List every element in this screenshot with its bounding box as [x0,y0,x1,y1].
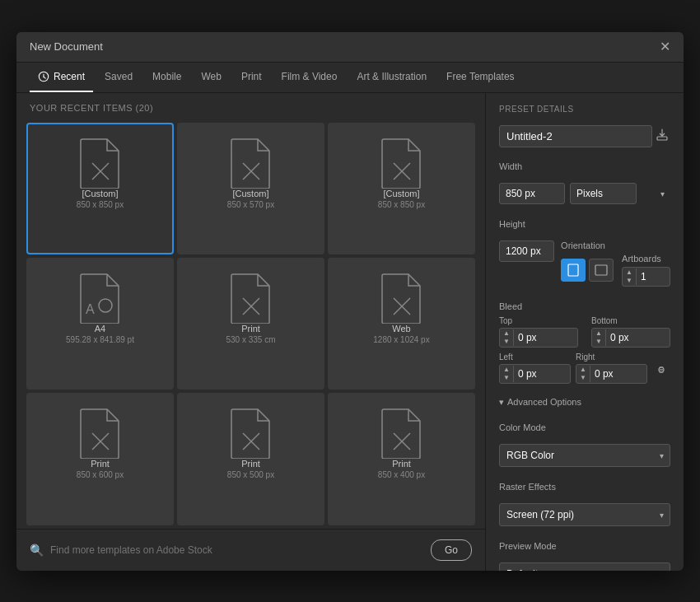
bleed-top-label: Top [499,316,578,325]
bleed-right-stepper: ▲ ▼ [576,364,647,384]
bleed-left-up[interactable]: ▲ [500,366,513,374]
link-bleed-button[interactable] [652,363,670,379]
tab-recent[interactable]: Recent [30,63,93,92]
tab-film[interactable]: Film & Video [273,63,346,92]
go-button[interactable]: Go [431,539,472,561]
bleed-top-down[interactable]: ▼ [500,338,513,346]
raster-effects-select-wrapper: Screen (72 ppi) Medium (150 ppi) High (3… [499,503,670,526]
tab-templates[interactable]: Free Templates [438,63,522,92]
item-card[interactable]: Print 850 x 600 px [26,393,174,525]
bleed-right-col: Right ▲ ▼ [576,352,647,384]
tab-mobile[interactable]: Mobile [144,63,189,92]
search-input[interactable] [50,544,424,556]
tab-recent-label: Recent [54,71,85,82]
bleed-section: Bleed Top ▲ ▼ Bottom [499,301,670,384]
item-name: [Custom] [82,189,118,198]
save-preset-button[interactable] [652,125,672,148]
preview-mode-label: Preview Mode [499,541,670,551]
bleed-left-arrows: ▲ ▼ [500,366,514,382]
tab-print-label: Print [241,71,262,82]
item-name: Web [392,324,410,334]
unit-select-wrapper: Pixels Inches Millimeters Centimeters Po… [570,183,670,204]
svg-rect-21 [657,137,667,140]
item-size: 530 x 335 cm [226,335,275,344]
item-card[interactable]: Print 850 x 500 px [177,393,324,525]
tab-art[interactable]: Art & Illustration [348,63,435,92]
height-group [499,240,554,262]
width-row: Pixels Inches Millimeters Centimeters Po… [499,183,670,204]
artboards-down[interactable]: ▼ [623,277,636,285]
item-card[interactable]: A A4 595.28 x 841.89 pt [26,258,174,390]
raster-effects-select[interactable]: Screen (72 ppi) Medium (150 ppi) High (3… [499,503,670,526]
preset-name-input[interactable] [499,125,652,147]
items-grid: [Custom] 850 x 850 px [Custom] 850 x 570… [16,119,485,529]
bleed-bottom-value[interactable] [606,329,670,347]
height-input[interactable] [499,240,554,262]
item-card[interactable]: [Custom] 850 x 850 px [26,123,174,254]
color-mode-select-wrapper: RGB Color CMYK Color Grayscale [499,444,670,467]
landscape-icon [595,264,608,276]
color-mode-select[interactable]: RGB Color CMYK Color Grayscale [499,444,670,467]
bleed-top-value[interactable] [514,329,577,347]
advanced-options-toggle[interactable]: ▾ Advanced Options [499,397,670,408]
tab-film-label: Film & Video [282,71,338,82]
width-input[interactable] [499,183,565,204]
right-panel: PRESET DETAILS Width Pixels [486,93,684,571]
preview-mode-select-wrapper: Default Pixel Overprint [499,562,670,571]
bleed-left-down[interactable]: ▼ [500,374,513,382]
chevron-down-icon: ▾ [499,397,504,408]
item-card[interactable]: Web 1280 x 1024 px [328,258,475,390]
item-name: A4 [95,324,105,334]
tab-mobile-label: Mobile [152,71,181,82]
artboards-value[interactable] [637,268,670,286]
bleed-left-label: Left [499,352,571,362]
bleed-bottom-stepper: ▲ ▼ [591,328,670,348]
orientation-label: Orientation [561,240,670,250]
landscape-button[interactable] [589,259,614,282]
document-icon [79,138,122,189]
svg-rect-24 [595,265,607,275]
tab-web[interactable]: Web [193,63,229,92]
svg-rect-23 [568,264,578,276]
item-name: Print [241,459,260,469]
raster-effects-label: Raster Effects [499,482,670,492]
bleed-right-down[interactable]: ▼ [576,374,590,382]
document-icon [79,408,122,459]
bleed-top-bottom-row: Top ▲ ▼ Bottom ▲ [499,316,670,348]
artboards-up[interactable]: ▲ [623,268,636,277]
width-label: Width [499,161,670,171]
tab-saved[interactable]: Saved [96,63,141,92]
tab-web-label: Web [201,71,221,82]
item-card[interactable]: Print 850 x 400 px [328,393,475,525]
portrait-button[interactable] [561,259,586,282]
svg-line-2 [44,77,45,78]
new-document-dialog: New Document ✕ Recent Saved Mobile Web P… [16,32,684,571]
tab-print[interactable]: Print [233,63,270,92]
bleed-left-value[interactable] [514,365,570,383]
advanced-options-label: Advanced Options [507,397,581,407]
item-name: Print [392,459,411,469]
orientation-group: Orientation Artb [561,240,670,287]
unit-select[interactable]: Pixels Inches Millimeters Centimeters Po… [570,183,637,204]
item-name: [Custom] [232,189,268,198]
tab-saved-label: Saved [105,71,133,82]
svg-text:A: A [86,302,95,316]
item-card[interactable]: Print 530 x 335 cm [177,258,324,390]
artboards-group: Artboards ▲ ▼ [622,254,670,287]
bleed-right-up[interactable]: ▲ [576,366,590,374]
artboards-stepper: ▲ ▼ [622,267,670,287]
item-card[interactable]: [Custom] 850 x 850 px [328,123,475,254]
bleed-bottom-down[interactable]: ▼ [592,338,605,346]
item-size: 595.28 x 841.89 pt [66,335,134,344]
preview-mode-select[interactable]: Default Pixel Overprint [499,562,670,571]
bleed-right-arrows: ▲ ▼ [576,366,590,382]
item-card[interactable]: [Custom] 850 x 570 px [177,123,324,254]
window-close-button[interactable]: ✕ [660,40,670,54]
bleed-bottom-col: Bottom ▲ ▼ [591,316,670,348]
clock-icon [38,71,49,82]
main-content: YOUR RECENT ITEMS (20) [Custom] 850 x 85… [16,93,684,571]
bleed-right-value[interactable] [590,365,646,383]
bleed-top-up[interactable]: ▲ [500,329,513,338]
bleed-bottom-up[interactable]: ▲ [592,329,605,338]
item-size: 850 x 570 px [227,200,274,209]
